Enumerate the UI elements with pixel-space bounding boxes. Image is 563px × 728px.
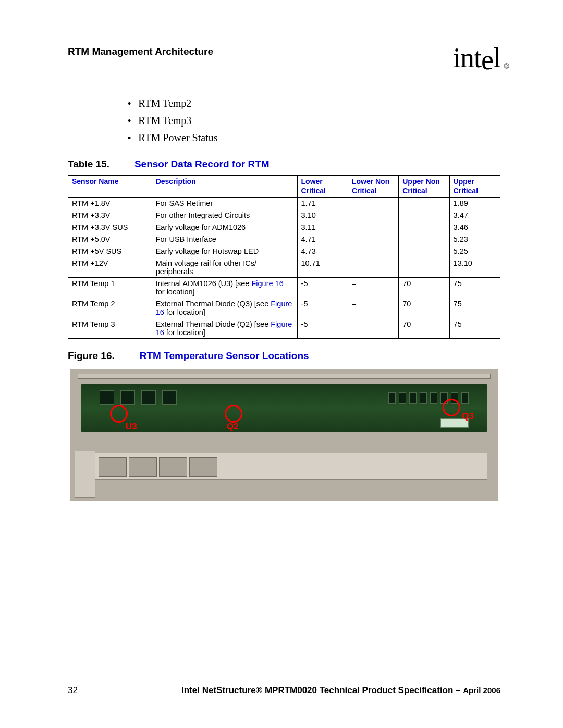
cell-value: 4.71 [297, 233, 348, 245]
table-header-row: Sensor Name Description Lower Critical L… [68, 176, 500, 198]
cell-value: – [348, 198, 398, 209]
cell-value: -5 [297, 318, 348, 339]
figure-image: U3 Q2 Q3 [68, 367, 500, 503]
cell-value: – [348, 298, 398, 318]
cell-value: – [348, 278, 398, 298]
sensor-label-u3: U3 [126, 422, 137, 432]
cell-value: 3.47 [449, 209, 500, 221]
cell-description: Early voltage for Hotswap LED [152, 245, 297, 257]
cell-value: 1.71 [297, 198, 348, 209]
cell-value: 70 [399, 278, 449, 298]
cell-value: 5.25 [449, 245, 500, 257]
cell-description: For other Integrated Circuits [152, 209, 297, 221]
cell-value: 70 [399, 298, 449, 318]
cell-sensor-name: RTM +5V SUS [68, 245, 152, 257]
cell-value: – [399, 257, 449, 278]
cell-value: 75 [449, 318, 500, 339]
table-caption: Table 15.Sensor Data Record for RTM [68, 158, 500, 170]
sensor-marker-q3 [443, 399, 460, 416]
col-description: Description [152, 176, 297, 198]
cell-description: Internal ADM1026 (U3) [see Figure 16 for… [152, 278, 297, 298]
page-number: 32 [68, 685, 78, 696]
cell-value: – [399, 198, 449, 209]
table-row: RTM +3.3V SUSEarly voltage for ADM10263.… [68, 221, 500, 233]
cell-description: For SAS Retimer [152, 198, 297, 209]
col-sensor-name: Sensor Name [68, 176, 152, 198]
cell-sensor-name: RTM Temp 1 [68, 278, 152, 298]
cell-value: 3.11 [297, 221, 348, 233]
footer-date: April 2006 [463, 686, 500, 695]
cell-value: -5 [297, 298, 348, 318]
table-row: RTM +5.0VFor USB Interface4.71––5.23 [68, 233, 500, 245]
cell-value: – [348, 257, 398, 278]
col-upper-non-critical: Upper Non Critical [399, 176, 449, 198]
cell-value: 1.89 [449, 198, 500, 209]
section-title: RTM Management Architecture [68, 46, 213, 57]
table-row: RTM +5V SUSEarly voltage for Hotswap LED… [68, 245, 500, 257]
cell-description: Early voltage for ADM1026 [152, 221, 297, 233]
cell-value: – [348, 233, 398, 245]
pcb-top-rail [78, 374, 491, 379]
table-title: Sensor Data Record for RTM [134, 158, 270, 169]
cell-value: 70 [399, 318, 449, 339]
cell-value: 13.10 [449, 257, 500, 278]
table-row: RTM Temp 3External Thermal Diode (Q2) [s… [68, 318, 500, 339]
sensor-data-table: Sensor Name Description Lower Critical L… [68, 175, 500, 339]
cell-value: -5 [297, 278, 348, 298]
cell-sensor-name: RTM +5.0V [68, 233, 152, 245]
cell-value: 4.73 [297, 245, 348, 257]
figure-label: Figure 16. [68, 350, 115, 361]
cell-sensor-name: RTM Temp 3 [68, 318, 152, 339]
table-row: RTM Temp 1Internal ADM1026 (U3) [see Fig… [68, 278, 500, 298]
list-item: RTM Temp3 [128, 115, 500, 127]
figure-title: RTM Temperature Sensor Locations [140, 350, 309, 361]
table-label: Table 15. [68, 158, 109, 169]
pcb-large-chips [100, 390, 177, 405]
sensor-label-q2: Q2 [227, 422, 239, 432]
cell-sensor-name: RTM Temp 2 [68, 298, 152, 318]
sensor-marker-q2 [225, 405, 242, 423]
footer-title: Intel NetStructure® MPRTM0020 Technical … [93, 685, 500, 696]
cell-value: – [399, 245, 449, 257]
table-row: RTM +3.3VFor other Integrated Circuits3.… [68, 209, 500, 221]
cell-sensor-name: RTM +3.3V [68, 209, 152, 221]
cell-description: External Thermal Diode (Q2) [see Figure … [152, 318, 297, 339]
cell-description: For USB Interface [152, 233, 297, 245]
sensor-marker-u3 [110, 405, 128, 423]
cell-value: 75 [449, 278, 500, 298]
cell-value: – [348, 209, 398, 221]
figure-link[interactable]: Figure 16 [156, 300, 292, 316]
cell-sensor-name: RTM +12V [68, 257, 152, 278]
registered-icon: ® [504, 63, 509, 71]
list-item: RTM Temp2 [128, 97, 500, 109]
page-footer: 32 Intel NetStructure® MPRTM0020 Technic… [68, 685, 500, 696]
cell-value: 75 [449, 298, 500, 318]
cell-description: Main voltage rail for other ICs/ periphe… [152, 257, 297, 278]
table-row: RTM Temp 2External Thermal Diode (Q3) [s… [68, 298, 500, 318]
page-header: RTM Management Architecture intel® [68, 42, 500, 74]
cell-value: – [348, 245, 398, 257]
cell-value: 5.23 [449, 233, 500, 245]
cell-value: – [399, 233, 449, 245]
table-row: RTM +1.8VFor SAS Retimer1.71––1.89 [68, 198, 500, 209]
figure-caption: Figure 16.RTM Temperature Sensor Locatio… [68, 350, 500, 362]
cell-sensor-name: RTM +1.8V [68, 198, 152, 209]
table-row: RTM +12VMain voltage rail for other ICs/… [68, 257, 500, 278]
col-upper-critical: Upper Critical [449, 176, 500, 198]
cell-value: 3.10 [297, 209, 348, 221]
pcb-handle [75, 451, 95, 498]
list-item: RTM Power Status [128, 132, 500, 144]
cell-description: External Thermal Diode (Q3) [see Figure … [152, 298, 297, 318]
sensor-label-q3: Q3 [462, 411, 474, 422]
cell-value: – [348, 318, 398, 339]
cell-value: 3.46 [449, 221, 500, 233]
cell-value: – [348, 221, 398, 233]
cell-value: 10.71 [297, 257, 348, 278]
figure-link[interactable]: Figure 16 [251, 279, 283, 288]
col-lower-critical: Lower Critical [297, 176, 348, 198]
figure-link[interactable]: Figure 16 [156, 320, 292, 337]
pcb-ports [99, 457, 217, 477]
bullet-list: RTM Temp2 RTM Temp3 RTM Power Status [128, 97, 500, 144]
col-lower-non-critical: Lower Non Critical [348, 176, 398, 198]
cell-value: – [399, 221, 449, 233]
